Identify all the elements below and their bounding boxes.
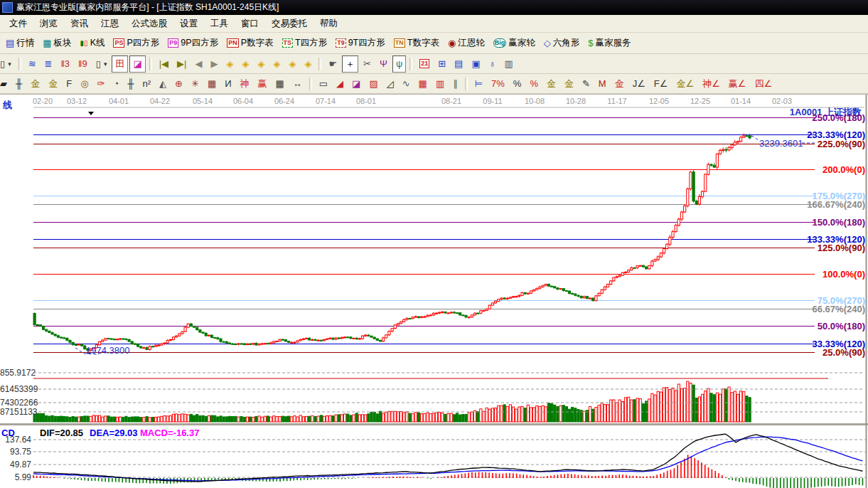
- compass-button[interactable]: ⊕: [171, 75, 186, 92]
- crosshair-button[interactable]: ＋: [342, 55, 358, 73]
- menu-item[interactable]: 公式选股: [125, 16, 173, 32]
- zigzag-button[interactable]: ∿: [399, 75, 414, 92]
- ying-angle-button[interactable]: 赢∠: [725, 75, 750, 92]
- red-grid-2-button[interactable]: ▥: [432, 75, 448, 92]
- time-ruler-button[interactable]: ╫: [12, 75, 26, 92]
- grid-123-button[interactable]: ▦: [272, 75, 288, 92]
- gann-tree-button[interactable]: Ψ: [376, 55, 391, 73]
- ruler-candle-button[interactable]: ⊨: [471, 75, 486, 92]
- i-marks-button[interactable]: И: [221, 75, 235, 92]
- last-page-button[interactable]: ▶|: [173, 55, 190, 73]
- menu-item[interactable]: 交易委托: [265, 16, 314, 32]
- network-button[interactable]: ♁: [486, 55, 500, 73]
- time-clock-button[interactable]: ◔: [109, 75, 122, 92]
- candle-pen-button[interactable]: ✎: [579, 75, 594, 92]
- gold-ruler-button[interactable]: 金: [27, 75, 43, 92]
- m-wave-button[interactable]: M: [595, 75, 610, 92]
- volume-profile-button[interactable]: ◪: [129, 55, 145, 73]
- menu-item[interactable]: 帮助: [314, 16, 344, 32]
- diamond-zoom-in-button[interactable]: ◈: [301, 55, 315, 73]
- diamond-expand-button[interactable]: ◈: [254, 55, 268, 73]
- diamond-compress-button[interactable]: ◈: [269, 55, 284, 73]
- grid-box-button[interactable]: ▦: [204, 75, 220, 92]
- p-square-button[interactable]: PSP四方形: [109, 35, 163, 52]
- shen-angle-button[interactable]: 神∠: [699, 75, 724, 92]
- tick-ruler-button[interactable]: ╫: [124, 75, 137, 92]
- menu-item[interactable]: 资讯: [64, 16, 95, 32]
- mirror-angle-button[interactable]: ◭: [156, 75, 170, 92]
- cycle-9-button[interactable]: ‖9: [75, 55, 91, 73]
- menu-item[interactable]: 江恩: [95, 16, 125, 32]
- ink-pen-button[interactable]: ✑: [94, 75, 109, 92]
- candle-period-button[interactable]: ▯▾: [92, 55, 111, 73]
- last-page-button-icon: ▶|: [177, 59, 186, 68]
- percent-7-button[interactable]: 7%: [488, 75, 508, 92]
- t-table-button[interactable]: TNT数字表: [390, 35, 443, 52]
- quotes-button[interactable]: ▤行情: [2, 35, 38, 52]
- save-button[interactable]: ▣: [468, 55, 483, 73]
- 9p-square-button[interactable]: P99P四方形: [164, 35, 222, 52]
- starburst-button[interactable]: ✳: [188, 75, 203, 92]
- hand-tool-button[interactable]: ☛: [325, 55, 341, 73]
- gann-shapes-button[interactable]: ≋: [25, 55, 40, 73]
- winner-service-button[interactable]: $赢家服务: [584, 35, 634, 52]
- frame-tool-button[interactable]: ▭: [316, 75, 331, 92]
- red-grid-button[interactable]: ▦: [415, 75, 431, 92]
- calendar-button[interactable]: 21: [416, 55, 433, 73]
- f-angle-button[interactable]: F∠: [650, 75, 672, 92]
- diamond-scroll-right-button[interactable]: ◈: [238, 55, 252, 73]
- menu-item[interactable]: 窗口: [235, 16, 265, 32]
- scissors-button[interactable]: ✂: [360, 55, 375, 73]
- candle-style-button[interactable]: ▯▾: [0, 55, 15, 73]
- fan-grid-button[interactable]: ▨: [365, 75, 381, 92]
- next-page-button[interactable]: ▶: [207, 55, 221, 73]
- prev-page-button[interactable]: ◀: [191, 55, 205, 73]
- calculator-button[interactable]: ⊞: [434, 55, 449, 73]
- gann-box-button[interactable]: 田: [112, 55, 128, 73]
- fan-box-button[interactable]: ◪: [348, 75, 364, 92]
- diamond-scroll-left-button[interactable]: ◈: [223, 55, 237, 73]
- menu-item[interactable]: 浏览: [33, 16, 64, 32]
- first-page-button[interactable]: |◀: [156, 55, 172, 73]
- gold-lines-button[interactable]: 金: [561, 75, 577, 92]
- brush-tool-button[interactable]: ▰: [0, 75, 11, 92]
- cycle-3-button[interactable]: ‖3: [58, 55, 74, 73]
- hexagon-button[interactable]: ◇六角形: [540, 35, 584, 52]
- percent-line-button[interactable]: %: [526, 75, 542, 92]
- 9t-square-button[interactable]: T99T四方形: [332, 35, 389, 52]
- f-ruler-button[interactable]: F: [63, 75, 75, 92]
- h-span-button[interactable]: ↔: [289, 75, 306, 92]
- sectors-button[interactable]: ▦板块: [39, 35, 75, 52]
- parallel-lines-button[interactable]: ∥: [449, 75, 461, 92]
- gold-ruler-2-button[interactable]: 金: [45, 75, 61, 92]
- drawing-toolbar: ▰╫金金F◎✑◔╫n²◭⊕✳▦И神赢▦↔▭◢◪▨◿∿▦▥∥⊨7%%%金金✎M金J…: [0, 74, 868, 94]
- info-list-button[interactable]: ≣: [41, 55, 56, 73]
- p-table-button[interactable]: PNP数字表: [223, 35, 277, 52]
- 9p-square-button-icon: P9: [168, 38, 178, 48]
- kline-button[interactable]: ▮▯K线: [77, 35, 109, 52]
- j-angle-button[interactable]: J∠: [629, 75, 649, 92]
- si-angle-button[interactable]: 四∠: [751, 75, 776, 92]
- gann-wheel-button[interactable]: ◉江恩轮: [444, 35, 488, 52]
- menu-item[interactable]: 文件: [3, 16, 33, 32]
- menu-item[interactable]: 工具: [204, 16, 235, 32]
- menu-item[interactable]: 设置: [173, 16, 204, 32]
- shen-tool-button[interactable]: 神: [237, 75, 253, 92]
- spiral-button[interactable]: ◎: [77, 75, 92, 92]
- wave-tool-button[interactable]: ψ: [392, 55, 406, 73]
- n-square-button[interactable]: n²: [139, 75, 155, 92]
- print-button[interactable]: ▥: [500, 55, 516, 73]
- diamond-zoom-out-button[interactable]: ◈: [285, 55, 299, 73]
- black-fan-button-icon: ◿: [387, 79, 394, 88]
- gold-circle-button[interactable]: 金: [543, 75, 559, 92]
- left-pane-tab[interactable]: 线: [3, 99, 12, 112]
- percent-button[interactable]: %: [510, 75, 525, 92]
- ying-tool-button[interactable]: 赢: [254, 75, 271, 92]
- t-square-button[interactable]: TST四方形: [279, 35, 331, 52]
- black-fan-button[interactable]: ◿: [383, 75, 397, 92]
- notes-button[interactable]: ▤: [451, 55, 466, 73]
- winner-wheel-button[interactable]: Big赢家轮: [490, 35, 539, 52]
- fan-lines-button[interactable]: ◢: [333, 75, 347, 92]
- gold-underline-button[interactable]: 金: [611, 75, 628, 92]
- gold-angle-button[interactable]: 金∠: [673, 75, 697, 92]
